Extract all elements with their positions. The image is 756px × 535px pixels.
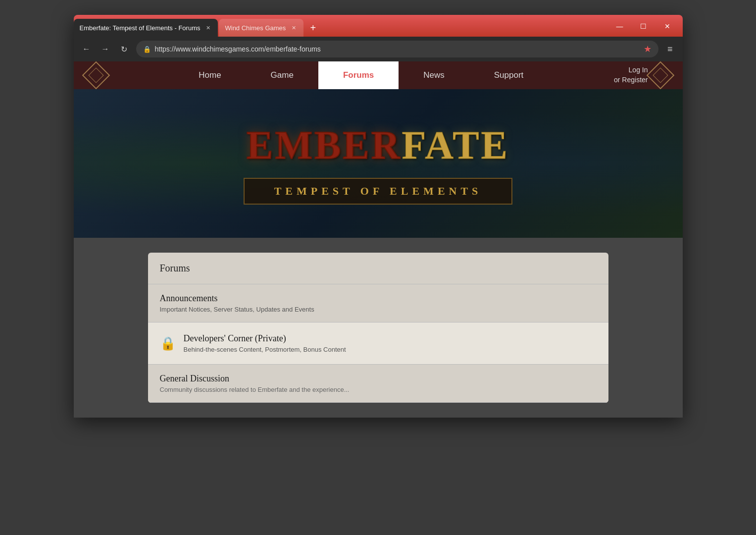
- nav-item-game[interactable]: Game: [246, 61, 318, 89]
- title-bar: Emberfate: Tempest of Elements - Forums …: [74, 15, 683, 37]
- hero-fate-text: FATE: [402, 123, 509, 167]
- forum-item-general-discussion[interactable]: General Discussion Community discussions…: [148, 365, 608, 403]
- url-bar[interactable]: 🔒 https://www.windchimesgames.com/emberf…: [136, 41, 658, 57]
- hero-ember-text: EMBER: [247, 123, 402, 167]
- new-tab-button[interactable]: +: [305, 20, 320, 35]
- nav-item-news[interactable]: News: [399, 61, 469, 89]
- tab-2-close[interactable]: ✕: [290, 24, 298, 32]
- private-content: Developers' Corner (Private) Behind-the-…: [184, 333, 346, 353]
- general-discussion-desc: Community discussions related to Emberfa…: [160, 386, 597, 393]
- browser-menu-icon[interactable]: ≡: [663, 42, 677, 56]
- forums-content: Forums Announcements Important Notices, …: [74, 238, 683, 418]
- tab-1-close[interactable]: ✕: [204, 24, 212, 32]
- forward-button[interactable]: →: [99, 42, 112, 56]
- general-discussion-title: General Discussion: [160, 374, 597, 384]
- announcements-title: Announcements: [160, 293, 597, 304]
- nav-bar: Home Game Forums News Support Log In or …: [74, 61, 683, 89]
- hero-subtitle-banner: TEMPEST OF ELEMENTS: [244, 178, 513, 205]
- forum-item-announcements[interactable]: Announcements Important Notices, Server …: [148, 284, 608, 322]
- back-button[interactable]: ←: [80, 42, 94, 56]
- forums-section-title: Forums: [160, 263, 597, 274]
- nav-decoration-left: [84, 63, 108, 88]
- nav-items: Home Game Forums News Support: [108, 61, 614, 89]
- private-lock-icon: 🔒: [160, 336, 176, 351]
- bookmark-icon[interactable]: ★: [644, 44, 652, 54]
- tab-2-label: Wind Chimes Games: [225, 24, 286, 32]
- hero-title: EMBERFATE: [247, 123, 509, 168]
- address-bar: ← → ↻ 🔒 https://www.windchimesgames.com/…: [74, 37, 683, 61]
- website-content: Home Game Forums News Support Log In or …: [74, 61, 683, 418]
- tab-active[interactable]: Emberfate: Tempest of Elements - Forums …: [74, 19, 218, 37]
- forums-panel: Forums Announcements Important Notices, …: [148, 253, 608, 403]
- tab-1-label: Emberfate: Tempest of Elements - Forums: [80, 24, 201, 32]
- nav-login[interactable]: Log In or Register: [614, 65, 648, 85]
- nav-item-forums[interactable]: Forums: [318, 61, 399, 89]
- close-button[interactable]: ✕: [656, 19, 679, 34]
- hero-subtitle-text: TEMPEST OF ELEMENTS: [274, 185, 482, 197]
- nav-item-support[interactable]: Support: [469, 61, 549, 89]
- forum-item-developers-corner[interactable]: 🔒 Developers' Corner (Private) Behind-th…: [148, 322, 608, 365]
- hero-banner: EMBERFATE TEMPEST OF ELEMENTS: [74, 89, 683, 238]
- nav-decoration-right: [648, 63, 673, 88]
- lock-icon: 🔒: [143, 46, 151, 53]
- url-text: https://www.windchimesgames.com/emberfat…: [155, 45, 640, 53]
- announcements-desc: Important Notices, Server Status, Update…: [160, 306, 597, 313]
- forums-header: Forums: [148, 253, 608, 284]
- browser-window: Emberfate: Tempest of Elements - Forums …: [74, 15, 683, 418]
- minimize-button[interactable]: —: [608, 19, 631, 34]
- maximize-button[interactable]: ☐: [632, 19, 655, 34]
- refresh-button[interactable]: ↻: [117, 42, 131, 56]
- nav-item-home[interactable]: Home: [174, 61, 246, 89]
- developers-corner-title: Developers' Corner (Private): [184, 333, 346, 344]
- window-controls: — ☐ ✕: [608, 19, 683, 37]
- developers-corner-desc: Behind-the-scenes Content, Postmortem, B…: [184, 346, 346, 353]
- tab-inactive[interactable]: Wind Chimes Games ✕: [219, 19, 303, 37]
